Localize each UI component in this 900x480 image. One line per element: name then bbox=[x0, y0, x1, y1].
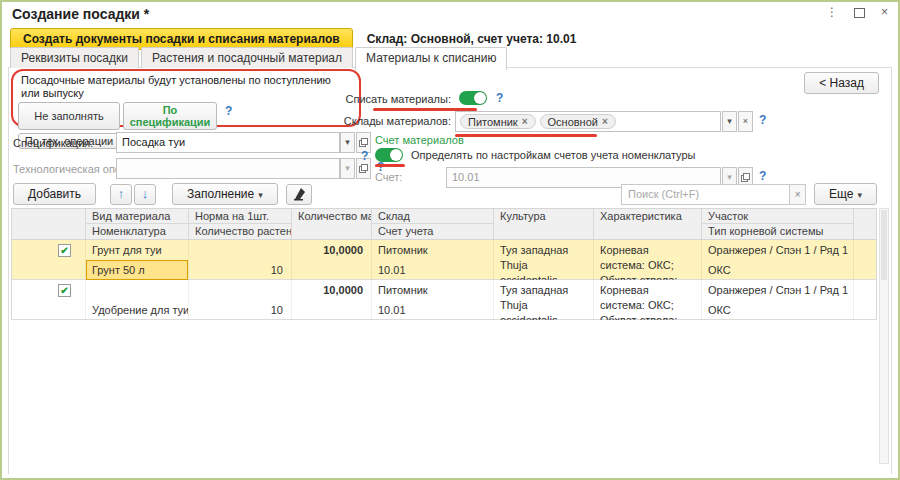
close-icon[interactable]: × bbox=[881, 5, 888, 19]
culture-cell[interactable]: Туя западная Thuja occidentalis Golden .… bbox=[494, 280, 594, 320]
plot-cell[interactable]: Оранжерея / Спэн 1 / Ряд 1 ОКС bbox=[702, 240, 854, 280]
materials-table: Вид материала Номенклатура Норма на 1шт.… bbox=[11, 208, 877, 320]
chevron-down-icon: ▾ bbox=[258, 190, 263, 200]
header-material: Вид материала Номенклатура bbox=[86, 209, 189, 239]
norm-cell[interactable]: 10 bbox=[189, 240, 292, 280]
context-info: Склад: Основной, счет учета: 10.01 bbox=[367, 32, 577, 46]
tag-remove-icon[interactable]: × bbox=[602, 115, 608, 129]
check-icon: ✔ bbox=[60, 246, 68, 256]
warehouses-clear-button[interactable]: × bbox=[738, 111, 753, 132]
active-edit-cell[interactable]: Грунт 50 л bbox=[86, 260, 188, 280]
annotation-underline-account-toggle bbox=[375, 164, 405, 167]
account-help-icon[interactable]: ? bbox=[759, 169, 766, 183]
tab-content-panel: < Назад Посадочные материалы будут устан… bbox=[8, 67, 892, 474]
warehouse-tag[interactable]: Питомник× bbox=[460, 114, 536, 129]
quantity-cell[interactable]: 10,0000 bbox=[292, 280, 372, 320]
tab-materials-writeoff[interactable]: Материалы к списанию bbox=[355, 47, 507, 70]
window-menu-icon[interactable]: ⋮ bbox=[826, 5, 838, 19]
row-checkbox[interactable]: ✔ bbox=[58, 284, 71, 297]
fill-menu-label: Заполнение bbox=[187, 187, 254, 201]
specification-dropdown-button[interactable]: ▾ bbox=[340, 132, 355, 153]
warehouse-cell[interactable]: Питомник 10.01 bbox=[372, 240, 494, 280]
toggle-knob bbox=[390, 149, 402, 161]
table-toolbar: Добавить ↑ ↓ Заполнение▾ × Еще▾ bbox=[13, 182, 877, 206]
tab-planting-details[interactable]: Реквизиты посадки bbox=[10, 47, 139, 68]
row-select-cell: ✔ bbox=[12, 280, 86, 320]
tech-operation-field[interactable] bbox=[116, 158, 340, 179]
search-clear-icon[interactable]: × bbox=[789, 184, 806, 205]
header-checkbox-column bbox=[12, 209, 86, 239]
window-controls: ⋮ × bbox=[826, 5, 888, 19]
annotation-underline-warehouses bbox=[455, 134, 597, 137]
header-warehouse: Склад Счет учета bbox=[372, 209, 494, 239]
chevron-down-icon: ▾ bbox=[345, 163, 350, 173]
characteristic-cell[interactable]: Корневая система: ОКС; Обхват ствола: 10… bbox=[594, 240, 702, 280]
open-icon bbox=[741, 173, 750, 182]
move-up-button[interactable]: ↑ bbox=[110, 184, 132, 205]
row-checkbox[interactable]: ✔ bbox=[58, 244, 71, 257]
material-cell[interactable]: Удобрение для туи 10 кг bbox=[86, 280, 189, 320]
filler-cell bbox=[854, 280, 876, 320]
specification-label: Спецификация: bbox=[13, 137, 93, 149]
open-icon bbox=[359, 164, 368, 173]
title-bar: Создание посадки * ⋮ × bbox=[2, 2, 898, 26]
move-down-button[interactable]: ↓ bbox=[134, 184, 156, 205]
back-button[interactable]: < Назад bbox=[804, 72, 879, 94]
fill-mode-none-button[interactable]: Не заполнять bbox=[18, 102, 120, 130]
chevron-down-icon: ▾ bbox=[345, 137, 350, 147]
chevron-down-icon: ▾ bbox=[727, 172, 732, 182]
warehouses-label: Склады материалов: bbox=[239, 115, 451, 127]
table-row[interactable]: ✔ Удобрение для туи 10 кг 10 10,0000 Пит… bbox=[11, 280, 877, 320]
arrow-up-icon: ↑ bbox=[118, 186, 125, 201]
chevron-down-icon: ▾ bbox=[727, 116, 732, 126]
warehouse-cell[interactable]: Питомник 10.01 bbox=[372, 280, 494, 320]
quantity-cell[interactable]: 10,0000 bbox=[292, 240, 372, 280]
open-icon bbox=[359, 138, 368, 147]
warehouse-tag[interactable]: Основной× bbox=[540, 114, 616, 129]
writeoff-help-icon[interactable]: ? bbox=[496, 91, 503, 105]
maximize-icon[interactable] bbox=[854, 8, 865, 18]
chevron-down-icon: ▾ bbox=[857, 190, 862, 200]
account-by-settings-label: Определять по настройкам счетов учета но… bbox=[411, 149, 696, 161]
search-box: × bbox=[621, 184, 806, 205]
account-by-settings-toggle[interactable] bbox=[375, 148, 403, 162]
material-cell[interactable]: Грунт для туи Грунт 50 л bbox=[86, 240, 189, 280]
culture-cell[interactable]: Туя западная Thuja occidentalis Golden .… bbox=[494, 240, 594, 280]
row-select-cell: ✔ bbox=[12, 240, 86, 280]
toggle-knob bbox=[474, 92, 486, 104]
plot-cell[interactable]: Оранжерея / Спэн 1 / Ряд 1 ОКС bbox=[702, 280, 854, 320]
arrow-down-icon: ↓ bbox=[142, 186, 149, 201]
header-culture: Культура bbox=[494, 209, 594, 239]
add-row-button[interactable]: Добавить bbox=[13, 183, 96, 205]
characteristic-cell[interactable]: Корневая система: ОКС; Обхват ствола: 10… bbox=[594, 280, 702, 320]
writeoff-toggle[interactable] bbox=[459, 91, 487, 105]
material-account-help-icon[interactable]: ? bbox=[361, 149, 368, 163]
fill-mode-help-icon[interactable]: ? bbox=[225, 104, 232, 118]
table-header: Вид материала Номенклатура Норма на 1шт.… bbox=[11, 208, 877, 240]
search-input[interactable] bbox=[621, 184, 789, 205]
tag-remove-icon[interactable]: × bbox=[522, 115, 528, 129]
fill-menu-button[interactable]: Заполнение▾ bbox=[172, 183, 278, 205]
header-characteristic: Характеристика bbox=[594, 209, 702, 239]
clear-icon: × bbox=[743, 116, 748, 126]
material-account-section-label: Счет материалов bbox=[375, 134, 464, 146]
warehouse-tag-label: Питомник bbox=[468, 115, 518, 129]
specification-field[interactable]: Посадка туи bbox=[116, 132, 340, 153]
vertical-scrollbar[interactable] bbox=[879, 208, 889, 464]
warehouses-field[interactable]: Питомник× Основной× bbox=[455, 111, 721, 132]
tab-plants-material[interactable]: Растения и посадочный материал bbox=[141, 47, 353, 68]
app-window: Создание посадки * ⋮ × Создать документы… bbox=[0, 0, 900, 480]
filler-cell bbox=[854, 240, 876, 280]
tech-operation-dropdown-button[interactable]: ▾ bbox=[340, 158, 355, 179]
norm-cell[interactable]: 10 bbox=[189, 280, 292, 320]
more-menu-button[interactable]: Еще▾ bbox=[814, 183, 877, 205]
warehouses-help-icon[interactable]: ? bbox=[759, 113, 766, 127]
check-icon: ✔ bbox=[60, 286, 68, 296]
fill-mode-spec-button[interactable]: По спецификации bbox=[123, 102, 217, 130]
selection-tool-button[interactable] bbox=[286, 184, 312, 205]
table-row[interactable]: ✔ Грунт для туи Грунт 50 л 10 10,0000 Пи… bbox=[11, 240, 877, 280]
header-quantity: Количество материала bbox=[292, 209, 372, 239]
scrollbar-thumb[interactable] bbox=[881, 210, 887, 280]
warehouses-dropdown-button[interactable]: ▾ bbox=[722, 111, 737, 132]
tab-bar: Реквизиты посадки Растения и посадочный … bbox=[10, 47, 507, 70]
